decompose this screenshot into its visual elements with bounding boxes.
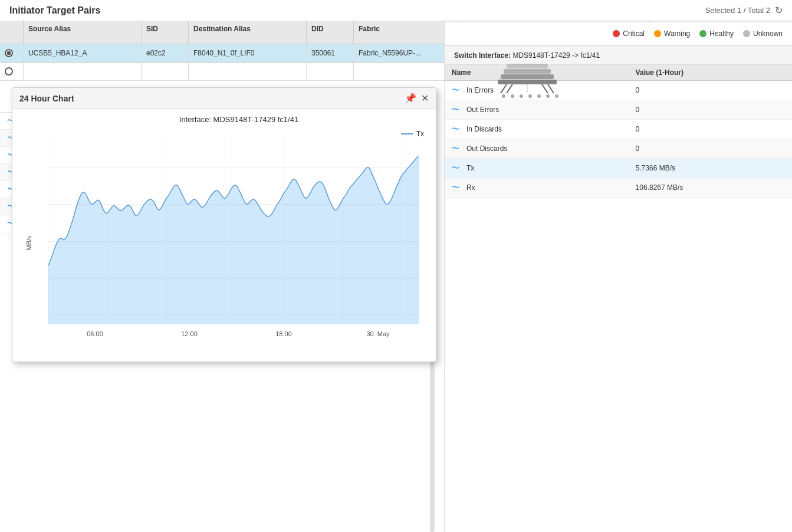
svg-text:06:00: 06:00 (87, 330, 103, 337)
svg-text:12:00: 12:00 (181, 330, 198, 337)
refresh-icon[interactable]: ↻ (775, 5, 783, 16)
stats-name-text: Out Discards (466, 145, 507, 153)
legend-healthy: Healthy (699, 29, 734, 38)
stats-value: 106.8267 MB/s (629, 178, 792, 198)
stats-name-text: Rx (466, 183, 475, 192)
trend-icon: 〜 (452, 163, 459, 173)
td-sid: e02c2 (142, 44, 189, 62)
legend-tx-label: Tx (416, 130, 424, 138)
trend-icon: 〜 (452, 124, 459, 134)
svg-text:30. May: 30. May (366, 330, 390, 337)
stats-value: 0 (629, 81, 792, 100)
trend-icon: 〜 (452, 143, 459, 154)
stats-name: 〜 Rx (445, 178, 545, 197)
svg-rect-2 (501, 74, 554, 79)
radio-button[interactable] (5, 67, 13, 75)
legend-label-warning: Warning (664, 29, 690, 38)
radio-button[interactable] (5, 49, 13, 57)
chart-modal: 24 Hour Chart 📌 ✕ Interface: MDS9148T-17… (12, 87, 436, 362)
svg-rect-3 (498, 80, 557, 84)
td-dest-alias (189, 63, 307, 80)
right-panel: Critical Warning Healthy Unknown Swi (444, 22, 792, 532)
legend-warning: Warning (654, 29, 690, 38)
stats-value: 0 (629, 120, 792, 139)
svg-line-6 (542, 84, 548, 93)
th-source-alias: Source Alias (24, 21, 142, 44)
chart-title: 24 Hour Chart (19, 94, 74, 103)
stats-value: 0 (629, 139, 792, 159)
page-header: Initiator Target Pairs Selected 1 / Tota… (0, 0, 792, 21)
legend-dot-healthy (699, 30, 706, 37)
network-diagram (492, 58, 563, 105)
td-radio[interactable] (0, 63, 24, 80)
svg-point-13 (537, 94, 541, 98)
svg-line-7 (548, 84, 554, 93)
chart-svg: 6 5.9 5.8 5.7 5.6 5.5 06:00 12:00 18:00 … (48, 130, 431, 354)
page-meta: Selected 1 / Total 2 ↻ (705, 5, 783, 16)
stats-row: 〜 In Discards 0 (445, 120, 792, 139)
stats-name: 〜 Tx (445, 159, 545, 178)
trend-icon: 〜 (452, 85, 459, 96)
page-container: Initiator Target Pairs Selected 1 / Tota… (0, 0, 792, 532)
pin-button[interactable]: 📌 (405, 93, 416, 104)
chart-svg-wrap: MB/s Tx 6 5.9 (48, 130, 430, 356)
stats-row: 〜 Rx 106.8267 MB/s (445, 178, 792, 198)
svg-line-4 (501, 84, 507, 93)
th-did: DID (307, 21, 354, 44)
td-source-alias (24, 63, 142, 80)
svg-rect-1 (504, 69, 551, 74)
legend-label-critical: Critical (623, 29, 645, 38)
svg-point-14 (546, 94, 550, 98)
svg-point-15 (555, 94, 558, 98)
th-sid: SID (142, 21, 189, 44)
chart-modal-header: 24 Hour Chart 📌 ✕ (12, 88, 436, 109)
chart-area: Interface: MDS9148T-17429 fc1/41 MB/s Tx (12, 109, 436, 362)
chart-interface-label: Interface: MDS9148T-17429 fc1/41 (48, 115, 430, 124)
stats-name-text: In Errors (466, 86, 494, 94)
close-button[interactable]: ✕ (421, 93, 429, 104)
th-dest-alias: Destination Alias (189, 21, 307, 44)
td-radio[interactable] (0, 44, 24, 62)
legend-unknown: Unknown (743, 29, 783, 38)
network-svg (492, 58, 563, 105)
td-source-alias: UCSB5_HBA12_A (24, 44, 142, 62)
svg-point-11 (520, 94, 523, 98)
stats-name-text: Out Errors (466, 106, 499, 114)
legend-area: Critical Warning Healthy Unknown (445, 22, 792, 45)
trend-icon: 〜 (452, 182, 459, 193)
th-value: Value (1-Hour) (629, 65, 792, 81)
trend-icon: 〜 (452, 104, 459, 115)
legend-dot-warning (654, 30, 661, 37)
chart-legend: Tx (401, 130, 424, 138)
td-sid (142, 63, 189, 80)
svg-text:18:00: 18:00 (275, 330, 292, 337)
legend-critical: Critical (613, 29, 645, 38)
page-title: Initiator Target Pairs (9, 5, 100, 16)
stats-row: 〜 Tx 5.7366 MB/s (445, 159, 792, 178)
svg-point-9 (502, 94, 505, 98)
stats-value: 0 (629, 100, 792, 120)
stats-name: 〜 Out Discards (445, 139, 545, 158)
td-did: 350061 (307, 44, 354, 62)
stats-row: 〜 Out Discards 0 (445, 139, 792, 159)
svg-point-10 (511, 94, 514, 98)
svg-line-5 (507, 84, 512, 93)
legend-dot-unknown (743, 30, 750, 37)
stats-name-text: In Discards (466, 125, 502, 133)
th-select (0, 21, 24, 44)
stats-value: 5.7366 MB/s (629, 159, 792, 178)
td-dest-alias: F8040_N1_0f_LIF0 (189, 44, 307, 62)
legend-label-unknown: Unknown (753, 29, 783, 38)
meta-text: Selected 1 / Total 2 (705, 6, 770, 15)
y-axis-label: MB/s (25, 235, 32, 250)
svg-point-12 (528, 94, 532, 98)
legend-dot-critical (613, 30, 620, 37)
legend-line (401, 133, 413, 134)
td-did (307, 63, 354, 80)
chart-controls: 📌 ✕ (405, 93, 429, 104)
svg-rect-0 (507, 64, 548, 68)
stats-name: 〜 In Discards (445, 120, 545, 139)
legend-label-healthy: Healthy (709, 29, 734, 38)
stats-name-text: Tx (466, 164, 474, 172)
